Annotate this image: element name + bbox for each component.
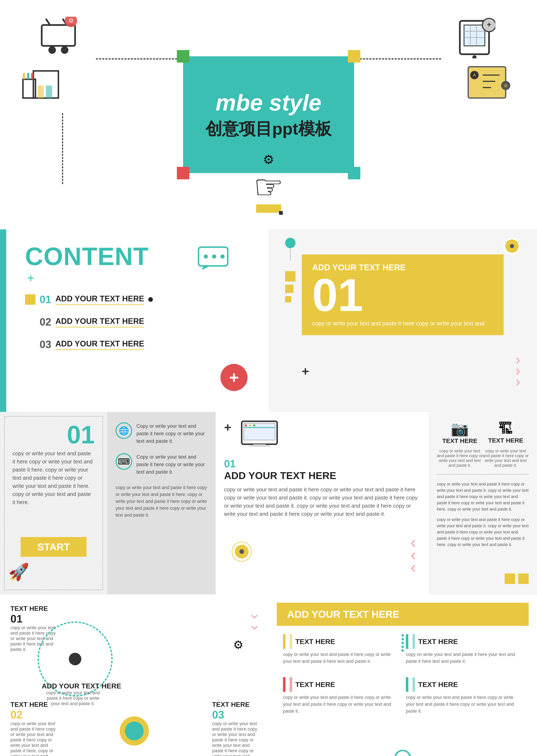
- s4-num-03: 03: [212, 708, 258, 721]
- svg-rect-11: [31, 73, 33, 79]
- cell1-color-bar2: [290, 634, 292, 649]
- cell1-color-bar: [283, 634, 285, 649]
- slide3-left-panel: 01 copy or write your text and paste it …: [0, 412, 107, 594]
- pink-arrows-right: › › ›: [516, 354, 520, 387]
- farright-icon2-label: TEXT HERE: [488, 437, 523, 444]
- hand-pointer-icon: ☞: [254, 167, 283, 206]
- item1-label: ADD YOUR TEXT HERE: [56, 294, 144, 305]
- cell3-color-bar: [283, 677, 285, 692]
- chat-bubble-icon: [197, 246, 231, 271]
- corner-tl: [177, 50, 189, 63]
- small-squares-column: [285, 271, 296, 302]
- plus-top-left: +: [224, 420, 231, 435]
- s4-center-label: ADD YOUR TEXT HERE: [42, 682, 121, 690]
- svg-point-3: [48, 46, 56, 54]
- farright-long2: copy or write your text and paste it her…: [437, 516, 529, 548]
- slide3-mid-item2: ⌨ Copy or write your text and paste it h…: [115, 453, 207, 476]
- slide3-r-text: copy or write your text and paste it her…: [224, 485, 420, 518]
- farright-icons-texts: copy or write your text and paste it her…: [437, 448, 529, 468]
- svg-rect-37: [244, 423, 275, 440]
- teal-indicator-top: [285, 238, 296, 261]
- content-items-list: 01 ADD YOUR TEXT HERE 02 ADD YOUR TEXT H…: [25, 293, 252, 351]
- farright-icon1-block: 📷 TEXT HERE: [442, 420, 477, 444]
- svg-rect-12: [38, 86, 44, 98]
- item1-square: [25, 294, 35, 305]
- conn-dot5: [401, 649, 404, 652]
- slide3-right-content: 01 ADD YOUR TEXT HERE copy or write your…: [224, 458, 420, 518]
- s4-text02-block: TEXT HERE 02 copy or write your text and…: [11, 701, 56, 756]
- cell2-label: TEXT HERE: [418, 638, 458, 646]
- yellow-squares-bottom: [505, 573, 529, 584]
- connector-dots: [401, 634, 404, 652]
- content-plus-sign: +: [27, 271, 34, 285]
- slide2-number-panel: ADD YOUR TEXT HERE 01 copy or write your…: [268, 230, 537, 412]
- cell4-label: TEXT HERE: [418, 681, 458, 689]
- tablet-icon: +: [454, 17, 495, 59]
- slide3-left-body-text: copy or write your text and paste it her…: [13, 449, 95, 506]
- slide3-mid-panel: 🌐 Copy or write your text and paste it h…: [107, 412, 216, 594]
- start-button[interactable]: START: [21, 537, 87, 557]
- indicator-line: [290, 248, 291, 261]
- s4-text-02: copy or write your text and paste it her…: [11, 721, 56, 756]
- slide3-left-number: 01: [67, 420, 95, 449]
- s4r-cell1-header: TEXT HERE: [283, 634, 399, 649]
- cell4-color-bar2: [412, 677, 415, 692]
- farright-icon1-text: copy or write your text and paste it her…: [437, 448, 483, 468]
- tablet-icon-area: +: [454, 17, 495, 59]
- slide3-right-panel: + 01 ADD YOUR TEXT HERE copy or write yo…: [216, 412, 428, 594]
- cell1-label: TEXT HERE: [295, 638, 335, 646]
- svg-point-40: [249, 424, 251, 427]
- camera-icon: 📷: [451, 420, 469, 437]
- cell3-text: copy or write your text and paste it her…: [283, 694, 399, 715]
- s4r-header: ADD YOUR TEXT HERE: [277, 603, 529, 626]
- svg-line-1: [46, 19, 50, 25]
- dashed-line-vert-left: [62, 113, 63, 184]
- s4-text03-block: TEXT HERE 03 copy or write your text and…: [212, 701, 258, 756]
- s4-text-03: copy or write your text and paste it her…: [212, 721, 258, 756]
- cell2-color-bar2: [412, 634, 415, 649]
- svg-point-16: [472, 55, 476, 59]
- building-icon: [21, 59, 62, 100]
- dashed-line-left: [96, 59, 184, 60]
- rocket-icon: 🚀: [8, 562, 29, 582]
- cell3-label: TEXT HERE: [295, 681, 335, 689]
- row3: 01 copy or write your text and paste it …: [0, 412, 537, 594]
- cell1-text: copy or write your text and paste it her…: [283, 651, 399, 665]
- hero-subtitle: 创意项目ppt模板: [205, 118, 331, 140]
- conn-dot3: [401, 642, 404, 644]
- monitor-icon: [241, 420, 278, 447]
- item3-label: ADD YOUR TEXT HERE: [56, 339, 144, 350]
- teal-bottom-circle: [394, 750, 411, 756]
- corner-bl: [177, 167, 189, 179]
- item1-dot: [148, 297, 153, 302]
- slide2-content-panel: CONTENT + 01 ADD YOUR TEXT HERE 02 ADD Y…: [0, 230, 268, 412]
- svg-text:⚙: ⚙: [504, 83, 508, 88]
- yellow-dot-inner: [239, 549, 244, 554]
- svg-rect-13: [46, 86, 52, 98]
- teal-left-bar: [0, 230, 6, 412]
- pink-ch3: ›: [410, 561, 416, 573]
- slide1-hero: ⚙ +: [0, 0, 537, 230]
- svg-point-4: [61, 46, 68, 54]
- yellow-number-card: ADD YOUR TEXT HERE 01 copy or write your…: [302, 254, 504, 335]
- s4r-cell2: TEXT HERE copy on write your text and pa…: [406, 634, 522, 665]
- corner-tr: [348, 50, 360, 63]
- s4r-cell3: TEXT HERE copy or write your text and pa…: [283, 677, 399, 715]
- s4-text-here02: TEXT HERE: [11, 701, 56, 708]
- cart-icon: ⚙: [38, 17, 79, 54]
- s4r-cell3-header: TEXT HERE: [283, 677, 399, 692]
- farright-icon1-label: TEXT HERE: [442, 437, 477, 444]
- slide3-mid-item1: 🌐 Copy or write your text and paste it h…: [115, 422, 207, 445]
- conn-dot2: [401, 638, 404, 641]
- svg-point-34: [212, 254, 216, 259]
- building-icon-area: [21, 59, 62, 100]
- corner-br: [348, 167, 360, 179]
- svg-rect-15: [464, 25, 485, 46]
- yellow-dot-bottom: [232, 542, 251, 561]
- mid-item1-text: Copy or write your text and paste it her…: [136, 422, 207, 445]
- hero-teal-box: mbe style 创意项目ppt模板 ☞ ⚙: [183, 56, 354, 173]
- s4r-grid: TEXT HERE copy or write your text and pa…: [277, 634, 529, 715]
- slide3-r-title: ADD YOUR TEXT HERE: [224, 470, 420, 481]
- s4-text-here03: TEXT HERE: [212, 701, 258, 708]
- cell4-text: copy or write your text and paste it her…: [406, 694, 522, 715]
